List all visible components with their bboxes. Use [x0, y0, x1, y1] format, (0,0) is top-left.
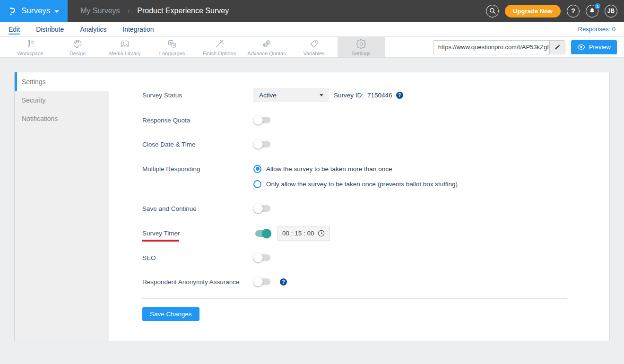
topbar-actions: Upgrade Now ? 1 JB [486, 5, 624, 17]
variables-icon [309, 38, 319, 50]
toolbar-right: https://www.questionpro.com/t/AP53kZgfo … [433, 37, 624, 57]
edit-url-button[interactable] [549, 41, 565, 54]
toolbar-item-variables[interactable]: Variables [290, 37, 338, 57]
search-button[interactable] [486, 5, 499, 17]
toolbar-item-label: Design [69, 51, 86, 56]
save-continue-toggle[interactable] [253, 204, 271, 213]
breadcrumb: My Surveys › Product Experience Survey [80, 7, 229, 15]
survey-url-text: https://www.questionpro.com/t/AP53kZgfo [433, 43, 549, 51]
avatar-initials: JB [607, 8, 615, 14]
close-date-label: Close Date & Time [142, 141, 253, 148]
survey-timer-input[interactable]: 00 : 15 : 00 [277, 226, 330, 241]
upgrade-now-button[interactable]: Upgrade Now [505, 5, 561, 17]
toolbar-item-label: Media Library [109, 51, 141, 56]
sidebar-item-notifications[interactable]: Notifications [15, 109, 109, 128]
toolbar-item-label: Workspace [17, 51, 43, 56]
radio-allow-multiple-label: Allow the survey to be taken more than o… [266, 165, 392, 173]
question-mark-icon: ? [571, 7, 575, 15]
design-icon [72, 38, 83, 50]
form-divider [142, 298, 567, 299]
toolbar-item-finish-options[interactable]: Finish Options [196, 37, 243, 57]
toolbar-item-label: Finish Options [203, 51, 236, 56]
survey-timer-annotation-underline [142, 240, 179, 242]
multiple-responding-row: Multiple Responding Allow the survey to … [142, 162, 392, 176]
survey-id-value: 7150446 [367, 92, 392, 99]
multiple-responding-option2-row: Only allow the survey to be taken once (… [253, 177, 458, 191]
responses-count[interactable]: Responses: 0 [578, 26, 624, 33]
settings-form: Survey Status Active Survey ID: 7150446 … [109, 72, 609, 341]
tab-edit[interactable]: Edit [9, 22, 20, 36]
survey-timer-label: Survey Timer [142, 230, 253, 237]
seo-toggle[interactable] [253, 253, 271, 262]
breadcrumb-current: Product Experience Survey [137, 7, 229, 15]
survey-timer-value: 00 : 15 : 00 [282, 230, 314, 237]
svg-text:A: A [173, 43, 175, 47]
response-quota-toggle[interactable] [253, 115, 271, 125]
close-date-toggle[interactable] [253, 139, 271, 149]
tab-analytics[interactable]: Analytics [80, 22, 106, 36]
chevron-down-icon [54, 10, 59, 13]
save-continue-label: Save and Continue [142, 205, 253, 212]
radio-only-once[interactable] [253, 180, 261, 188]
notifications-button[interactable]: 1 [586, 5, 598, 17]
survey-id-label: Survey ID: [334, 92, 364, 99]
toolbar-item-workspace[interactable]: Workspace [7, 37, 54, 57]
toolbar-item-label: Settings [352, 51, 371, 56]
radio-only-once-label: Only allow the survey to be taken once (… [266, 181, 458, 188]
workspace-icon [25, 38, 35, 50]
save-continue-row: Save and Continue [142, 201, 271, 216]
notification-badge: 1 [594, 3, 601, 9]
preview-button[interactable]: Preview [571, 40, 617, 54]
settings-gear-icon [356, 38, 366, 50]
toolbar-item-label: Variables [303, 51, 324, 56]
sidebar-item-security[interactable]: Security [15, 91, 109, 109]
toolbar-item-media-library[interactable]: Media Library [101, 37, 148, 57]
chevron-down-icon [320, 94, 323, 96]
breadcrumb-separator-icon: › [128, 7, 130, 15]
toolbar-item-design[interactable]: Design [54, 37, 101, 57]
survey-nav-tabs: Edit Distribute Analytics Integration Re… [0, 22, 624, 37]
respondent-anonymity-label: Respondent Anonymity Assurance [142, 278, 253, 286]
breadcrumb-parent[interactable]: My Surveys [80, 7, 120, 15]
help-button[interactable]: ? [567, 5, 580, 17]
finish-options-icon [214, 38, 225, 50]
respondent-anonymity-row: Respondent Anonymity Assurance ? [142, 275, 287, 289]
eye-icon [577, 44, 585, 50]
search-icon [489, 7, 496, 15]
sidebar-item-settings[interactable]: Settings [15, 72, 109, 91]
questionpro-logo-icon [7, 5, 17, 17]
toolbar-item-label: Languages [159, 51, 185, 56]
toolbar-item-settings[interactable]: Settings [338, 37, 385, 57]
media-library-icon [120, 38, 130, 50]
edit-toolbar: Workspace Design Media Library A Languag… [0, 37, 624, 58]
close-date-row: Close Date & Time [142, 137, 271, 151]
clock-icon [318, 230, 325, 237]
survey-url-field[interactable]: https://www.questionpro.com/t/AP53kZgfo [433, 40, 565, 54]
survey-timer-row: Survey Timer 00 : 15 : 00 [142, 226, 330, 241]
toolbar-item-languages[interactable]: A Languages [148, 37, 196, 57]
toolbar-item-advance-quotas[interactable]: Advance Quotas [243, 37, 290, 57]
save-changes-button[interactable]: Save Changes [142, 307, 199, 321]
tab-distribute[interactable]: Distribute [36, 22, 64, 36]
respondent-anonymity-help-icon[interactable]: ? [280, 278, 287, 286]
survey-timer-toggle[interactable] [253, 229, 271, 238]
avatar[interactable]: JB [605, 5, 617, 17]
survey-status-label: Survey Status [142, 92, 253, 99]
advance-quotas-icon [261, 38, 272, 50]
tab-integration[interactable]: Integration [122, 22, 154, 36]
survey-id-help-icon[interactable]: ? [396, 92, 403, 99]
survey-status-row: Survey Status Active Survey ID: 7150446 … [142, 88, 600, 102]
product-name: Surveys [21, 6, 50, 16]
seo-row: SEO [142, 251, 271, 265]
survey-status-dropdown[interactable]: Active [253, 88, 329, 102]
radio-allow-multiple[interactable] [253, 165, 261, 173]
multiple-responding-label: Multiple Responding [142, 165, 253, 173]
toolbar-item-label: Advance Quotas [247, 51, 286, 56]
pencil-icon [554, 44, 561, 51]
respondent-anonymity-toggle[interactable] [253, 277, 271, 286]
settings-panel: Settings Security Notifications Survey S… [14, 72, 610, 341]
seo-label: SEO [142, 254, 253, 261]
response-quota-label: Response Quota [142, 117, 253, 124]
app-switcher[interactable]: Surveys [0, 0, 68, 22]
survey-status-value: Active [259, 92, 277, 99]
